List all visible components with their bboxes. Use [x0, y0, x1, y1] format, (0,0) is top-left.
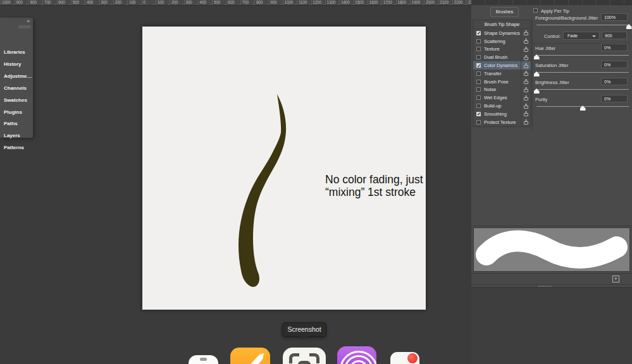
brush-setting-dual-brush[interactable]: Dual Brush	[473, 53, 531, 61]
lock-cell[interactable]	[521, 110, 531, 118]
dock-icon-white-app[interactable]	[189, 355, 218, 364]
jitter-value[interactable]: 0%	[601, 44, 628, 51]
podcast-ring-icon	[340, 351, 376, 364]
annotation-line1: No color fading, just	[325, 174, 423, 186]
sidebar-item-history[interactable]: History	[4, 61, 22, 67]
lock-icon	[524, 121, 528, 124]
lock-cell[interactable]	[521, 53, 531, 61]
brush-setting-checkbox[interactable]	[476, 63, 481, 68]
brush-setting-wet-edges[interactable]: Wet Edges	[473, 94, 531, 102]
brush-setting-label: Dual Brush	[484, 54, 507, 60]
brush-setting-checkbox[interactable]	[476, 95, 481, 100]
sidebar-item-paths[interactable]: Paths	[4, 121, 18, 126]
brush-setting-shape-dynamics[interactable]: Shape Dynamics	[473, 29, 531, 37]
sidebar-item-swatches[interactable]: Swatches	[4, 97, 27, 103]
sidebar-item-patterns[interactable]: Patterns	[4, 145, 24, 150]
jitter-label: Purity	[535, 97, 547, 102]
lock-cell[interactable]	[521, 37, 531, 46]
jitter-slider[interactable]	[536, 89, 629, 90]
dock-icon-screenshot[interactable]	[283, 348, 326, 364]
brush-setting-checkbox[interactable]	[476, 87, 481, 92]
dock-icon-white-app-red-badge[interactable]	[390, 352, 419, 364]
panel-tab-strip	[471, 0, 632, 5]
brush-setting-smoothing[interactable]: Smoothing	[473, 110, 531, 118]
control-dropdown[interactable]: Fade	[563, 32, 600, 40]
brush-setting-label: Color Dynamics	[484, 63, 517, 68]
document-canvas[interactable]: No color fading, just “mixing” 1st strok…	[142, 27, 426, 310]
lock-icon	[524, 73, 528, 76]
panel-dock-grip[interactable]	[18, 25, 31, 28]
sidebar-item-libraries[interactable]: Libraries	[4, 49, 25, 55]
dock-icon-podcasts[interactable]	[337, 346, 376, 364]
brush-setting-checkbox[interactable]	[476, 120, 481, 124]
brush-setting-label: Smoothing	[484, 111, 507, 117]
new-brush-button[interactable]: +	[612, 276, 619, 282]
dock-tooltip: Screenshot	[282, 322, 326, 337]
brush-tip-shape-header[interactable]: Brush Tip Shape	[473, 20, 531, 29]
lock-icon	[524, 40, 528, 44]
lock-icon	[524, 49, 528, 52]
jitter-value[interactable]: 0%	[601, 61, 628, 68]
jitter-label: Hue Jitter	[535, 46, 555, 51]
fg-bg-jitter-slider[interactable]	[536, 25, 629, 25]
pen-icon	[244, 355, 264, 364]
expand-panels-icon[interactable]: »	[27, 18, 30, 24]
annotation-line2: “mixing” 1st stroke	[325, 186, 423, 199]
app-icon-detail	[200, 358, 207, 361]
brush-setting-checkbox[interactable]	[476, 71, 481, 76]
brush-setting-build-up[interactable]: Build-up	[473, 102, 531, 110]
brush-setting-label: Build-up	[484, 103, 502, 109]
brush-setting-scattering[interactable]: Scattering	[473, 37, 531, 46]
lock-cell[interactable]	[521, 118, 531, 126]
lock-cell[interactable]	[521, 61, 531, 70]
brush-setting-protect-texture[interactable]: Protect Texture	[473, 118, 531, 126]
brush-setting-checkbox[interactable]	[476, 39, 481, 44]
brush-setting-checkbox[interactable]	[476, 31, 481, 35]
sidebar-item-layers[interactable]: Layers	[4, 133, 20, 138]
brush-setting-noise[interactable]: Noise	[473, 86, 531, 94]
lock-cell[interactable]	[521, 86, 531, 94]
lock-icon	[524, 81, 528, 84]
fg-bg-jitter-value[interactable]: 100%	[601, 13, 628, 21]
brush-setting-checkbox[interactable]	[476, 104, 481, 108]
brushes-panel: Brushes Brush Tip Shape Shape Dynamics S…	[471, 5, 632, 364]
brush-setting-checkbox[interactable]	[476, 55, 481, 59]
lock-cell[interactable]	[521, 46, 531, 54]
brushes-panel-tab[interactable]: Brushes	[490, 7, 519, 17]
apply-per-tip-checkbox[interactable]	[533, 8, 538, 13]
control-amount-field[interactable]: 900	[602, 32, 627, 39]
brush-setting-color-dynamics[interactable]: Color Dynamics	[473, 61, 531, 70]
brush-setting-checkbox[interactable]	[476, 112, 481, 116]
stroke-preview-wave	[474, 228, 629, 271]
jitter-value[interactable]: 0%	[601, 78, 628, 85]
sidebar-item-channels[interactable]: Channels	[4, 85, 27, 91]
horizontal-ruler[interactable]: 1000900800700600500400300200100010020030…	[0, 0, 472, 6]
lock-cell[interactable]	[521, 78, 531, 86]
canvas-annotation: No color fading, just “mixing” 1st strok…	[325, 174, 423, 198]
sidebar-item-adjustme[interactable]: Adjustme…	[4, 73, 32, 79]
brush-setting-texture[interactable]: Texture	[473, 46, 531, 54]
brush-setting-label: Wet Edges	[484, 95, 507, 100]
lock-cell[interactable]	[521, 70, 531, 78]
brush-setting-label: Scattering	[484, 39, 505, 44]
lock-cell[interactable]	[521, 102, 531, 110]
lock-icon	[524, 106, 528, 109]
panel-column-divider	[532, 19, 533, 130]
lock-icon	[524, 32, 528, 35]
brush-setting-checkbox[interactable]	[476, 47, 481, 51]
lock-icon	[524, 65, 528, 68]
lock-cell[interactable]	[521, 29, 531, 37]
lock-cell[interactable]	[521, 94, 531, 102]
brush-setting-brush-pose[interactable]: Brush Pose	[473, 78, 531, 86]
lock-icon	[524, 57, 528, 60]
brush-setting-transfer[interactable]: Transfer	[473, 70, 531, 78]
dock-icon-pages[interactable]	[230, 348, 270, 364]
jitter-slider[interactable]	[536, 55, 629, 56]
brush-setting-label: Brush Pose	[484, 79, 509, 85]
brush-setting-checkbox[interactable]	[476, 80, 481, 84]
jitter-value[interactable]: 0%	[601, 95, 628, 102]
brush-setting-label: Noise	[484, 87, 496, 92]
jitter-slider[interactable]	[536, 72, 629, 73]
jitter-label: Saturation Jitter	[535, 63, 569, 68]
sidebar-item-plugins[interactable]: Plugins	[4, 109, 22, 115]
